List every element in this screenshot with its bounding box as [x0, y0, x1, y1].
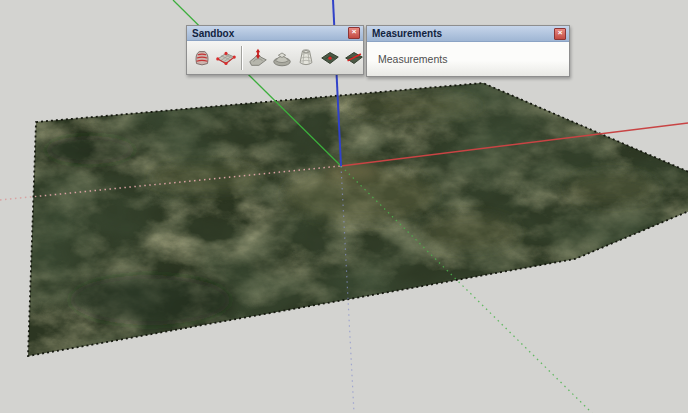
close-icon[interactable]: ×: [348, 27, 360, 39]
close-icon[interactable]: ×: [554, 28, 566, 40]
sandbox-titlebar[interactable]: Sandbox ×: [187, 26, 363, 41]
measurements-field-label: Measurements: [378, 53, 447, 65]
terrain-surface[interactable]: [0, 55, 688, 375]
measurements-body: Measurements: [367, 42, 569, 76]
measurements-title: Measurements: [372, 28, 554, 39]
terrain-building-dot: [654, 230, 662, 234]
from-scratch-button[interactable]: [214, 44, 238, 72]
drape-icon: [295, 47, 317, 69]
sandbox-toolbar-window: Sandbox ×: [186, 25, 364, 75]
add-detail-icon: [319, 47, 341, 69]
sandbox-title: Sandbox: [192, 28, 348, 39]
stamp-icon: [271, 47, 293, 69]
add-detail-button[interactable]: [318, 44, 342, 72]
smoove-button[interactable]: [246, 44, 270, 72]
drape-button[interactable]: [294, 44, 318, 72]
flip-edge-button[interactable]: [342, 44, 366, 72]
from-contours-button[interactable]: [190, 44, 214, 72]
measurements-window: Measurements × Measurements: [366, 25, 570, 77]
measurements-titlebar[interactable]: Measurements ×: [367, 26, 569, 42]
smoove-icon: [247, 47, 269, 69]
toolbar-separator: [241, 46, 243, 70]
flip-edge-icon: [343, 47, 365, 69]
stamp-button[interactable]: [270, 44, 294, 72]
terrain-building-dot: [672, 228, 682, 232]
from-scratch-icon: [215, 47, 237, 69]
application-window: Sandbox ×: [0, 0, 688, 413]
sandbox-toolbar-body: [187, 41, 363, 74]
from-contours-icon: [191, 47, 213, 69]
